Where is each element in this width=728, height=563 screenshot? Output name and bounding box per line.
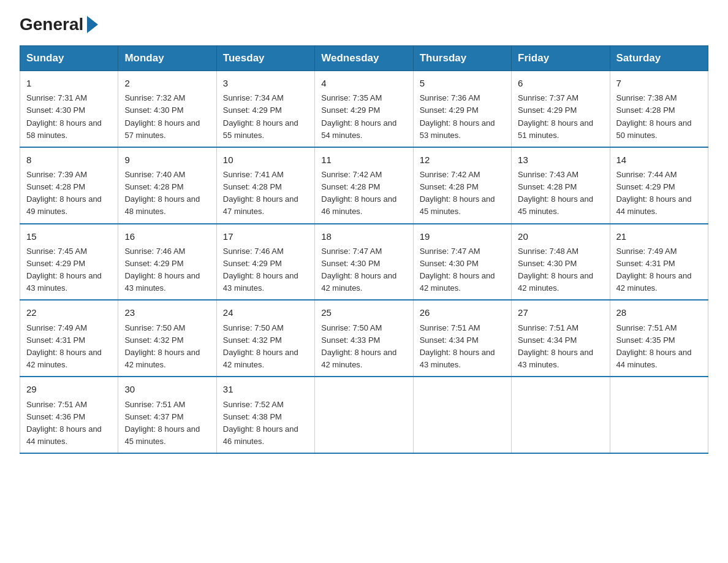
day-info: Sunrise: 7:36 AMSunset: 4:29 PMDaylight:…	[420, 93, 495, 139]
day-info: Sunrise: 7:51 AMSunset: 4:36 PMDaylight:…	[26, 400, 102, 446]
day-number: 1	[26, 76, 112, 90]
day-info: Sunrise: 7:46 AMSunset: 4:29 PMDaylight:…	[223, 247, 298, 293]
day-number: 8	[26, 153, 112, 167]
day-number: 3	[223, 76, 308, 90]
calendar-table: SundayMondayTuesdayWednesdayThursdayFrid…	[20, 45, 708, 454]
calendar-cell: 29Sunrise: 7:51 AMSunset: 4:36 PMDayligh…	[20, 377, 118, 453]
day-number: 31	[223, 382, 308, 396]
day-info: Sunrise: 7:35 AMSunset: 4:29 PMDaylight:…	[321, 93, 396, 139]
calendar-cell: 22Sunrise: 7:49 AMSunset: 4:31 PMDayligh…	[20, 300, 118, 377]
calendar-cell: 27Sunrise: 7:51 AMSunset: 4:34 PMDayligh…	[512, 300, 610, 377]
day-number: 15	[26, 229, 112, 243]
calendar-cell: 25Sunrise: 7:50 AMSunset: 4:33 PMDayligh…	[315, 300, 413, 377]
day-number: 26	[420, 305, 505, 320]
day-info: Sunrise: 7:48 AMSunset: 4:30 PMDaylight:…	[518, 247, 593, 293]
calendar-cell: 18Sunrise: 7:47 AMSunset: 4:30 PMDayligh…	[315, 224, 413, 301]
day-number: 9	[124, 153, 210, 167]
calendar-cell	[512, 377, 610, 453]
day-number: 20	[518, 229, 603, 243]
day-number: 22	[26, 305, 112, 320]
day-number: 29	[26, 382, 112, 396]
calendar-cell: 17Sunrise: 7:46 AMSunset: 4:29 PMDayligh…	[216, 224, 314, 301]
day-number: 2	[124, 76, 210, 90]
calendar-cell: 1Sunrise: 7:31 AMSunset: 4:30 PMDaylight…	[20, 71, 118, 147]
day-info: Sunrise: 7:51 AMSunset: 4:34 PMDaylight:…	[420, 323, 495, 369]
day-info: Sunrise: 7:45 AMSunset: 4:29 PMDaylight:…	[26, 247, 102, 293]
day-info: Sunrise: 7:44 AMSunset: 4:29 PMDaylight:…	[616, 170, 692, 216]
day-info: Sunrise: 7:50 AMSunset: 4:32 PMDaylight:…	[223, 323, 298, 369]
day-info: Sunrise: 7:42 AMSunset: 4:28 PMDaylight:…	[321, 170, 396, 216]
calendar-cell: 13Sunrise: 7:43 AMSunset: 4:28 PMDayligh…	[512, 147, 610, 224]
day-number: 25	[321, 305, 406, 320]
day-number: 7	[616, 76, 702, 90]
calendar-cell: 8Sunrise: 7:39 AMSunset: 4:28 PMDaylight…	[20, 147, 118, 224]
day-info: Sunrise: 7:51 AMSunset: 4:35 PMDaylight:…	[616, 323, 692, 369]
day-number: 17	[223, 229, 308, 243]
calendar-week-row: 1Sunrise: 7:31 AMSunset: 4:30 PMDaylight…	[20, 71, 708, 147]
calendar-cell	[610, 377, 708, 453]
day-info: Sunrise: 7:50 AMSunset: 4:33 PMDaylight:…	[321, 323, 396, 369]
day-number: 27	[518, 305, 603, 320]
day-info: Sunrise: 7:39 AMSunset: 4:28 PMDaylight:…	[26, 170, 102, 216]
calendar-week-row: 15Sunrise: 7:45 AMSunset: 4:29 PMDayligh…	[20, 224, 708, 301]
calendar-cell: 31Sunrise: 7:52 AMSunset: 4:38 PMDayligh…	[216, 377, 314, 453]
calendar-header-row: SundayMondayTuesdayWednesdayThursdayFrid…	[20, 46, 708, 71]
day-header-wednesday: Wednesday	[315, 46, 413, 71]
calendar-cell: 24Sunrise: 7:50 AMSunset: 4:32 PMDayligh…	[216, 300, 314, 377]
day-number: 16	[124, 229, 210, 243]
calendar-cell: 11Sunrise: 7:42 AMSunset: 4:28 PMDayligh…	[315, 147, 413, 224]
day-number: 21	[616, 229, 702, 243]
day-header-tuesday: Tuesday	[216, 46, 314, 71]
calendar-cell: 26Sunrise: 7:51 AMSunset: 4:34 PMDayligh…	[413, 300, 511, 377]
logo-general-text: General	[20, 15, 83, 34]
day-number: 12	[420, 153, 505, 167]
calendar-cell: 5Sunrise: 7:36 AMSunset: 4:29 PMDaylight…	[413, 71, 511, 147]
day-number: 4	[321, 76, 406, 90]
day-info: Sunrise: 7:52 AMSunset: 4:38 PMDaylight:…	[223, 400, 298, 446]
day-info: Sunrise: 7:51 AMSunset: 4:34 PMDaylight:…	[518, 323, 593, 369]
day-info: Sunrise: 7:42 AMSunset: 4:28 PMDaylight:…	[420, 170, 495, 216]
calendar-week-row: 29Sunrise: 7:51 AMSunset: 4:36 PMDayligh…	[20, 377, 708, 453]
day-info: Sunrise: 7:47 AMSunset: 4:30 PMDaylight:…	[321, 247, 396, 293]
day-number: 23	[124, 305, 210, 320]
day-info: Sunrise: 7:31 AMSunset: 4:30 PMDaylight:…	[26, 93, 102, 139]
day-info: Sunrise: 7:47 AMSunset: 4:30 PMDaylight:…	[420, 247, 495, 293]
day-info: Sunrise: 7:40 AMSunset: 4:28 PMDaylight:…	[124, 170, 200, 216]
day-info: Sunrise: 7:32 AMSunset: 4:30 PMDaylight:…	[124, 93, 200, 139]
calendar-week-row: 8Sunrise: 7:39 AMSunset: 4:28 PMDaylight…	[20, 147, 708, 224]
day-info: Sunrise: 7:51 AMSunset: 4:37 PMDaylight:…	[124, 400, 200, 446]
calendar-cell	[315, 377, 413, 453]
calendar-cell: 9Sunrise: 7:40 AMSunset: 4:28 PMDaylight…	[118, 147, 216, 224]
day-info: Sunrise: 7:50 AMSunset: 4:32 PMDaylight:…	[124, 323, 200, 369]
day-number: 14	[616, 153, 702, 167]
calendar-cell: 19Sunrise: 7:47 AMSunset: 4:30 PMDayligh…	[413, 224, 511, 301]
calendar-cell: 12Sunrise: 7:42 AMSunset: 4:28 PMDayligh…	[413, 147, 511, 224]
day-number: 19	[420, 229, 505, 243]
day-info: Sunrise: 7:37 AMSunset: 4:29 PMDaylight:…	[518, 93, 593, 139]
calendar-cell: 3Sunrise: 7:34 AMSunset: 4:29 PMDaylight…	[216, 71, 314, 147]
day-header-sunday: Sunday	[20, 46, 118, 71]
header: General	[20, 15, 708, 34]
calendar-cell: 15Sunrise: 7:45 AMSunset: 4:29 PMDayligh…	[20, 224, 118, 301]
day-info: Sunrise: 7:49 AMSunset: 4:31 PMDaylight:…	[26, 323, 102, 369]
day-info: Sunrise: 7:41 AMSunset: 4:28 PMDaylight:…	[223, 170, 298, 216]
calendar-cell: 30Sunrise: 7:51 AMSunset: 4:37 PMDayligh…	[118, 377, 216, 453]
day-info: Sunrise: 7:38 AMSunset: 4:28 PMDaylight:…	[616, 93, 692, 139]
calendar-cell: 7Sunrise: 7:38 AMSunset: 4:28 PMDaylight…	[610, 71, 708, 147]
calendar-cell: 16Sunrise: 7:46 AMSunset: 4:29 PMDayligh…	[118, 224, 216, 301]
calendar-cell: 2Sunrise: 7:32 AMSunset: 4:30 PMDaylight…	[118, 71, 216, 147]
day-number: 24	[223, 305, 308, 320]
day-header-friday: Friday	[512, 46, 610, 71]
logo-arrow-icon	[87, 16, 98, 33]
calendar-cell: 20Sunrise: 7:48 AMSunset: 4:30 PMDayligh…	[512, 224, 610, 301]
day-header-thursday: Thursday	[413, 46, 511, 71]
calendar-week-row: 22Sunrise: 7:49 AMSunset: 4:31 PMDayligh…	[20, 300, 708, 377]
day-info: Sunrise: 7:46 AMSunset: 4:29 PMDaylight:…	[124, 247, 200, 293]
logo: General	[20, 15, 98, 34]
day-info: Sunrise: 7:43 AMSunset: 4:28 PMDaylight:…	[518, 170, 593, 216]
day-number: 18	[321, 229, 406, 243]
calendar-cell: 28Sunrise: 7:51 AMSunset: 4:35 PMDayligh…	[610, 300, 708, 377]
day-number: 13	[518, 153, 603, 167]
day-info: Sunrise: 7:49 AMSunset: 4:31 PMDaylight:…	[616, 247, 692, 293]
day-number: 6	[518, 76, 603, 90]
